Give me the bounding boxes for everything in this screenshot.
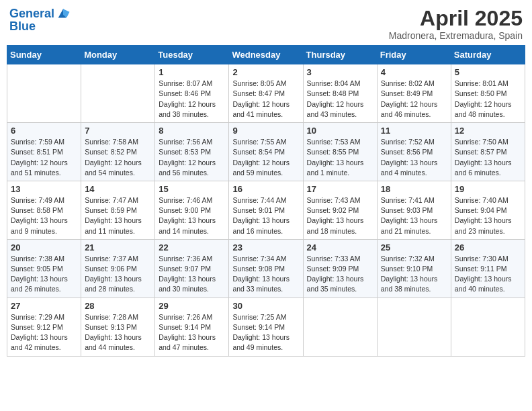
day-detail: Sunrise: 7:29 AMSunset: 9:12 PMDaylight:… (11, 312, 77, 353)
calendar-day-cell: 11Sunrise: 7:52 AMSunset: 8:56 PMDayligh… (377, 123, 451, 181)
day-number: 19 (455, 184, 521, 194)
calendar-week-row: 20Sunrise: 7:38 AMSunset: 9:05 PMDayligh… (7, 239, 525, 298)
day-number: 14 (85, 184, 151, 194)
day-detail: Sunrise: 7:28 AMSunset: 9:13 PMDaylight:… (85, 312, 151, 353)
calendar-week-row: 13Sunrise: 7:49 AMSunset: 8:58 PMDayligh… (7, 181, 525, 239)
day-detail: Sunrise: 7:56 AMSunset: 8:53 PMDaylight:… (159, 137, 225, 178)
calendar-day-cell: 7Sunrise: 7:58 AMSunset: 8:52 PMDaylight… (81, 123, 155, 181)
weekday-header-cell: Thursday (303, 46, 377, 64)
weekday-header-cell: Tuesday (155, 46, 229, 64)
day-number: 18 (381, 184, 447, 194)
day-number: 13 (11, 184, 77, 194)
day-number: 15 (159, 184, 225, 194)
calendar-day-cell: 29Sunrise: 7:26 AMSunset: 9:14 PMDayligh… (155, 298, 229, 356)
day-number: 4 (381, 67, 447, 77)
day-number: 27 (11, 301, 77, 311)
day-number: 3 (307, 67, 373, 77)
day-number: 2 (232, 67, 299, 77)
day-detail: Sunrise: 7:49 AMSunset: 8:58 PMDaylight:… (11, 195, 77, 236)
header: General Blue April 2025 Madronera, Extre… (7, 7, 525, 41)
calendar-day-cell: 23Sunrise: 7:34 AMSunset: 9:08 PMDayligh… (229, 239, 303, 298)
calendar-day-cell: 5Sunrise: 8:01 AMSunset: 8:50 PMDaylight… (451, 64, 525, 123)
day-detail: Sunrise: 7:40 AMSunset: 9:04 PMDaylight:… (455, 195, 521, 236)
day-number: 6 (11, 126, 77, 136)
day-detail: Sunrise: 7:38 AMSunset: 9:05 PMDaylight:… (11, 254, 77, 295)
day-detail: Sunrise: 7:25 AMSunset: 9:14 PMDaylight:… (232, 312, 299, 353)
day-number: 16 (232, 184, 299, 194)
day-detail: Sunrise: 7:50 AMSunset: 8:57 PMDaylight:… (455, 137, 521, 178)
title-area: April 2025 Madronera, Extremadura, Spain (389, 7, 523, 41)
calendar-day-cell: 6Sunrise: 7:59 AMSunset: 8:51 PMDaylight… (7, 123, 81, 181)
weekday-header-cell: Monday (81, 46, 155, 64)
day-number: 24 (307, 242, 373, 253)
weekday-header-cell: Friday (377, 46, 451, 64)
day-detail: Sunrise: 7:59 AMSunset: 8:51 PMDaylight:… (11, 137, 77, 178)
day-number: 22 (159, 242, 225, 253)
calendar-day-cell: 2Sunrise: 8:05 AMSunset: 8:47 PMDaylight… (229, 64, 303, 123)
weekday-header-cell: Wednesday (229, 46, 303, 64)
calendar-day-cell (7, 64, 81, 123)
day-number: 30 (232, 301, 299, 311)
day-detail: Sunrise: 7:30 AMSunset: 9:11 PMDaylight:… (455, 254, 521, 295)
calendar-day-cell: 22Sunrise: 7:36 AMSunset: 9:07 PMDayligh… (155, 239, 229, 298)
calendar-day-cell: 3Sunrise: 8:04 AMSunset: 8:48 PMDaylight… (303, 64, 377, 123)
day-detail: Sunrise: 7:26 AMSunset: 9:14 PMDaylight:… (159, 312, 225, 353)
location-title: Madronera, Extremadura, Spain (389, 30, 523, 41)
day-number: 9 (232, 126, 299, 136)
calendar-day-cell: 17Sunrise: 7:43 AMSunset: 9:02 PMDayligh… (303, 181, 377, 239)
day-number: 26 (455, 242, 521, 253)
calendar-day-cell (81, 64, 155, 123)
calendar-day-cell: 27Sunrise: 7:29 AMSunset: 9:12 PMDayligh… (7, 298, 81, 356)
day-detail: Sunrise: 7:41 AMSunset: 9:03 PMDaylight:… (381, 195, 447, 236)
calendar-day-cell: 4Sunrise: 8:02 AMSunset: 8:49 PMDaylight… (377, 64, 451, 123)
day-detail: Sunrise: 7:32 AMSunset: 9:10 PMDaylight:… (381, 254, 447, 295)
weekday-header-row: SundayMondayTuesdayWednesdayThursdayFrid… (7, 46, 525, 64)
day-detail: Sunrise: 8:07 AMSunset: 8:46 PMDaylight:… (159, 79, 225, 120)
calendar-day-cell: 14Sunrise: 7:47 AMSunset: 8:59 PMDayligh… (81, 181, 155, 239)
day-number: 11 (381, 126, 447, 136)
calendar-day-cell: 16Sunrise: 7:44 AMSunset: 9:01 PMDayligh… (229, 181, 303, 239)
day-number: 7 (85, 126, 151, 136)
weekday-header-cell: Sunday (7, 46, 81, 64)
calendar-day-cell (303, 298, 377, 356)
day-detail: Sunrise: 8:04 AMSunset: 8:48 PMDaylight:… (307, 79, 373, 120)
calendar-day-cell: 19Sunrise: 7:40 AMSunset: 9:04 PMDayligh… (451, 181, 525, 239)
day-number: 12 (455, 126, 521, 136)
calendar-week-row: 27Sunrise: 7:29 AMSunset: 9:12 PMDayligh… (7, 298, 525, 356)
day-number: 1 (159, 67, 225, 77)
day-number: 10 (307, 126, 373, 136)
month-title: April 2025 (389, 7, 523, 30)
day-number: 20 (11, 242, 77, 253)
day-detail: Sunrise: 7:46 AMSunset: 9:00 PMDaylight:… (159, 195, 225, 236)
logo-icon (56, 7, 71, 21)
day-detail: Sunrise: 7:47 AMSunset: 8:59 PMDaylight:… (85, 195, 151, 236)
calendar-day-cell: 25Sunrise: 7:32 AMSunset: 9:10 PMDayligh… (377, 239, 451, 298)
day-detail: Sunrise: 7:37 AMSunset: 9:06 PMDaylight:… (85, 254, 151, 295)
calendar-day-cell (377, 298, 451, 356)
day-number: 8 (159, 126, 225, 136)
day-detail: Sunrise: 7:33 AMSunset: 9:09 PMDaylight:… (307, 254, 373, 295)
logo: General Blue (9, 7, 71, 34)
calendar-day-cell: 10Sunrise: 7:53 AMSunset: 8:55 PMDayligh… (303, 123, 377, 181)
day-detail: Sunrise: 7:36 AMSunset: 9:07 PMDaylight:… (159, 254, 225, 295)
calendar-day-cell: 26Sunrise: 7:30 AMSunset: 9:11 PMDayligh… (451, 239, 525, 298)
calendar-day-cell (451, 298, 525, 356)
calendar-day-cell: 20Sunrise: 7:38 AMSunset: 9:05 PMDayligh… (7, 239, 81, 298)
day-detail: Sunrise: 7:44 AMSunset: 9:01 PMDaylight:… (232, 195, 299, 236)
day-number: 29 (159, 301, 225, 311)
day-number: 25 (381, 242, 447, 253)
day-detail: Sunrise: 8:02 AMSunset: 8:49 PMDaylight:… (381, 79, 447, 120)
calendar-day-cell: 18Sunrise: 7:41 AMSunset: 9:03 PMDayligh… (377, 181, 451, 239)
day-detail: Sunrise: 7:53 AMSunset: 8:55 PMDaylight:… (307, 137, 373, 178)
calendar-table: SundayMondayTuesdayWednesdayThursdayFrid… (7, 45, 525, 356)
calendar-day-cell: 13Sunrise: 7:49 AMSunset: 8:58 PMDayligh… (7, 181, 81, 239)
weekday-header-cell: Saturday (451, 46, 525, 64)
calendar-day-cell: 1Sunrise: 8:07 AMSunset: 8:46 PMDaylight… (155, 64, 229, 123)
calendar-day-cell: 30Sunrise: 7:25 AMSunset: 9:14 PMDayligh… (229, 298, 303, 356)
day-detail: Sunrise: 7:58 AMSunset: 8:52 PMDaylight:… (85, 137, 151, 178)
calendar-day-cell: 24Sunrise: 7:33 AMSunset: 9:09 PMDayligh… (303, 239, 377, 298)
day-number: 17 (307, 184, 373, 194)
day-number: 21 (85, 242, 151, 253)
day-detail: Sunrise: 8:01 AMSunset: 8:50 PMDaylight:… (455, 79, 521, 120)
day-detail: Sunrise: 7:34 AMSunset: 9:08 PMDaylight:… (232, 254, 299, 295)
